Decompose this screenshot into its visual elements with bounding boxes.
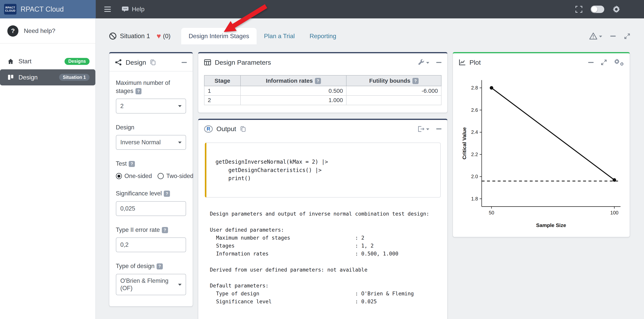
tools-dropdown[interactable] bbox=[418, 59, 429, 66]
tab-reporting[interactable]: Reporting bbox=[302, 28, 344, 44]
type-of-design-select[interactable]: O'Brien & Fleming (OF) bbox=[116, 274, 186, 295]
brand[interactable]: RPACT CLOUD RPACT Cloud bbox=[0, 0, 96, 18]
significance-label-text: Significance level bbox=[116, 190, 162, 197]
minus-icon bbox=[436, 128, 442, 129]
minus-icon bbox=[610, 36, 616, 37]
help-icon[interactable] bbox=[164, 191, 170, 197]
test-label: Test bbox=[116, 160, 186, 168]
copy-output-button[interactable] bbox=[240, 126, 246, 132]
plot-settings-button[interactable] bbox=[614, 59, 624, 66]
cell-stage: 2 bbox=[204, 95, 240, 105]
fullscreen-icon[interactable] bbox=[576, 6, 582, 13]
apps-grid-icon[interactable] bbox=[628, 6, 635, 12]
plot-header: Plot bbox=[453, 53, 630, 71]
sidebar-item-start[interactable]: Start Designs bbox=[0, 53, 95, 69]
sidebar-item-design[interactable]: Design Situation 1 bbox=[0, 69, 95, 85]
type2-error-input[interactable] bbox=[116, 238, 186, 252]
expand-panels-button[interactable] bbox=[624, 33, 630, 39]
design-select-value: Inverse Normal bbox=[120, 139, 161, 146]
collapse-panels-button[interactable] bbox=[610, 36, 616, 37]
collapse-design-button[interactable] bbox=[182, 62, 187, 63]
collapse-plot-button[interactable] bbox=[588, 62, 594, 63]
copy-icon bbox=[150, 59, 156, 66]
dark-mode-toggle[interactable] bbox=[591, 5, 604, 13]
col-header-label: Information rates bbox=[266, 77, 313, 84]
radio-label: Two-sided bbox=[166, 173, 194, 180]
svg-text:50: 50 bbox=[489, 210, 494, 215]
copy-icon bbox=[240, 126, 246, 132]
export-icon bbox=[418, 126, 424, 132]
columns-icon bbox=[7, 74, 14, 81]
caret-down-icon bbox=[426, 128, 429, 130]
max-stages-label-text: Maximum number of stages bbox=[116, 79, 170, 94]
tab-row: Situation 1 ♥ (0) Design Interim Stages … bbox=[109, 28, 631, 44]
plot-card: Plot 1.82.02.2 bbox=[452, 52, 630, 237]
help-icon[interactable] bbox=[129, 161, 135, 167]
help-button[interactable]: Help bbox=[122, 5, 144, 13]
caret-down-icon bbox=[178, 105, 182, 107]
radio-one-sided[interactable]: One-sided bbox=[116, 173, 152, 180]
cell-information-rate[interactable]: 1.000 bbox=[240, 95, 346, 105]
plot-svg: 1.82.02.22.42.62.850100Sample SizeCritic… bbox=[460, 71, 624, 230]
rpact-logo-icon: RPACT CLOUD bbox=[4, 4, 16, 14]
chart-icon bbox=[459, 59, 466, 66]
help-icon[interactable] bbox=[156, 263, 163, 270]
sidebar-divider bbox=[0, 43, 95, 43]
situation-badge: Situation 1 bbox=[59, 74, 90, 81]
help-icon[interactable] bbox=[162, 227, 168, 233]
significance-level-input[interactable] bbox=[116, 201, 186, 216]
tab-design-interim-stages[interactable]: Design Interim Stages bbox=[181, 28, 256, 44]
design-parameters-card: Design Parameters bbox=[198, 52, 448, 113]
collapse-output-button[interactable] bbox=[436, 128, 442, 129]
type-of-design-label: Type of design bbox=[116, 262, 186, 270]
col-header-futility-bounds: Futility bounds bbox=[346, 75, 441, 86]
favorites-button[interactable]: ♥ (0) bbox=[156, 28, 170, 44]
menu-toggle-icon[interactable] bbox=[103, 5, 112, 13]
design-card-title: Design bbox=[126, 59, 146, 66]
brand-title: RPACT Cloud bbox=[20, 5, 64, 13]
expand-plot-button[interactable] bbox=[600, 59, 607, 66]
table-header-row: Stage Information rates Futility bounds bbox=[204, 75, 441, 86]
topbar: RPACT CLOUD RPACT Cloud Help bbox=[0, 0, 644, 18]
ban-icon bbox=[109, 32, 117, 40]
sidebar-item-label: Design bbox=[18, 74, 38, 81]
help-icon[interactable] bbox=[315, 78, 321, 84]
need-help-button[interactable]: ? Need help? bbox=[0, 18, 95, 43]
sidebar-nav: Start Designs Design Situation 1 bbox=[0, 53, 95, 85]
radio-label: One-sided bbox=[124, 173, 152, 180]
rpact-cloud-app: RPACT CLOUD RPACT Cloud Help ? Need help… bbox=[0, 0, 644, 319]
settings-gear-icon[interactable] bbox=[612, 5, 620, 13]
cell-futility-bound[interactable] bbox=[346, 95, 441, 105]
table-row: 1 0.500 -6.000 bbox=[204, 86, 441, 95]
svg-text:100: 100 bbox=[610, 210, 618, 215]
r-code[interactable]: getDesignInverseNormal(kMax = 2) |> getD… bbox=[205, 143, 441, 198]
caret-down-icon bbox=[178, 284, 182, 286]
help-icon[interactable] bbox=[136, 88, 142, 94]
radio-button-icon bbox=[116, 173, 122, 179]
warnings-dropdown[interactable] bbox=[589, 32, 602, 40]
toggle-knob bbox=[592, 6, 597, 12]
svg-text:2.4: 2.4 bbox=[471, 129, 478, 135]
type-of-design-value: O'Brien & Fleming (OF) bbox=[120, 277, 175, 292]
help-icon[interactable] bbox=[412, 78, 418, 84]
svg-text:1.8: 1.8 bbox=[471, 196, 478, 201]
gear-icon bbox=[614, 59, 620, 64]
plot-title: Plot bbox=[470, 59, 481, 66]
caret-down-icon bbox=[426, 62, 429, 64]
r-logo-icon: R bbox=[204, 125, 213, 133]
max-stages-value: 2 bbox=[120, 103, 124, 110]
cell-futility-bound[interactable]: -6.000 bbox=[346, 86, 441, 95]
svg-text:2.6: 2.6 bbox=[471, 107, 478, 113]
max-stages-select[interactable]: 2 bbox=[116, 99, 186, 113]
export-dropdown[interactable] bbox=[418, 126, 429, 132]
copy-design-button[interactable] bbox=[150, 59, 156, 66]
output-card: R Output getDesignInv bbox=[198, 119, 448, 319]
tab-plan-a-trial[interactable]: Plan a Trial bbox=[256, 28, 302, 44]
design-select[interactable]: Inverse Normal bbox=[116, 135, 186, 150]
minus-icon bbox=[436, 62, 442, 63]
max-stages-label: Maximum number of stages bbox=[116, 79, 186, 95]
cell-information-rate[interactable]: 0.500 bbox=[240, 86, 346, 95]
radio-two-sided[interactable]: Two-sided bbox=[158, 173, 194, 180]
collapse-parameters-button[interactable] bbox=[436, 62, 442, 63]
minus-icon bbox=[182, 62, 187, 63]
